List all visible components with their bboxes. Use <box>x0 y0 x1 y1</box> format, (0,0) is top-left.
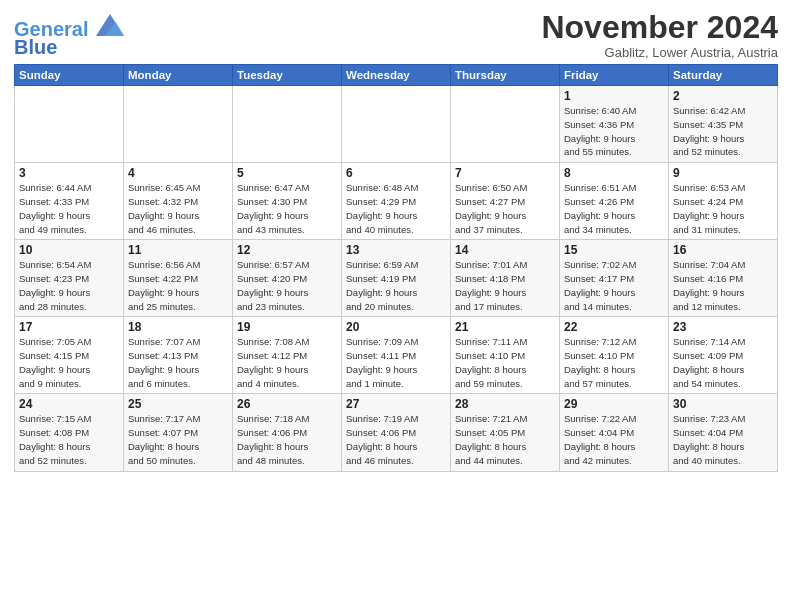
day-info: Sunrise: 7:02 AM Sunset: 4:17 PM Dayligh… <box>564 258 664 313</box>
calendar-cell: 1Sunrise: 6:40 AM Sunset: 4:36 PM Daylig… <box>560 86 669 163</box>
week-row-1: 1Sunrise: 6:40 AM Sunset: 4:36 PM Daylig… <box>15 86 778 163</box>
day-info: Sunrise: 7:17 AM Sunset: 4:07 PM Dayligh… <box>128 412 228 467</box>
calendar-cell: 29Sunrise: 7:22 AM Sunset: 4:04 PM Dayli… <box>560 394 669 471</box>
day-number: 14 <box>455 243 555 257</box>
day-info: Sunrise: 7:21 AM Sunset: 4:05 PM Dayligh… <box>455 412 555 467</box>
calendar-cell: 8Sunrise: 6:51 AM Sunset: 4:26 PM Daylig… <box>560 163 669 240</box>
day-number: 8 <box>564 166 664 180</box>
day-info: Sunrise: 7:04 AM Sunset: 4:16 PM Dayligh… <box>673 258 773 313</box>
day-header-saturday: Saturday <box>669 65 778 86</box>
calendar-cell: 26Sunrise: 7:18 AM Sunset: 4:06 PM Dayli… <box>233 394 342 471</box>
day-info: Sunrise: 6:56 AM Sunset: 4:22 PM Dayligh… <box>128 258 228 313</box>
day-number: 7 <box>455 166 555 180</box>
day-number: 10 <box>19 243 119 257</box>
day-info: Sunrise: 7:15 AM Sunset: 4:08 PM Dayligh… <box>19 412 119 467</box>
week-row-2: 3Sunrise: 6:44 AM Sunset: 4:33 PM Daylig… <box>15 163 778 240</box>
day-number: 6 <box>346 166 446 180</box>
calendar-cell: 14Sunrise: 7:01 AM Sunset: 4:18 PM Dayli… <box>451 240 560 317</box>
calendar-cell: 23Sunrise: 7:14 AM Sunset: 4:09 PM Dayli… <box>669 317 778 394</box>
day-info: Sunrise: 6:59 AM Sunset: 4:19 PM Dayligh… <box>346 258 446 313</box>
calendar-cell: 17Sunrise: 7:05 AM Sunset: 4:15 PM Dayli… <box>15 317 124 394</box>
day-number: 9 <box>673 166 773 180</box>
day-info: Sunrise: 6:50 AM Sunset: 4:27 PM Dayligh… <box>455 181 555 236</box>
calendar-cell: 15Sunrise: 7:02 AM Sunset: 4:17 PM Dayli… <box>560 240 669 317</box>
day-number: 15 <box>564 243 664 257</box>
day-number: 16 <box>673 243 773 257</box>
title-block: November 2024 Gablitz, Lower Austria, Au… <box>541 10 778 60</box>
calendar-cell: 21Sunrise: 7:11 AM Sunset: 4:10 PM Dayli… <box>451 317 560 394</box>
day-number: 17 <box>19 320 119 334</box>
week-row-3: 10Sunrise: 6:54 AM Sunset: 4:23 PM Dayli… <box>15 240 778 317</box>
calendar-cell: 20Sunrise: 7:09 AM Sunset: 4:11 PM Dayli… <box>342 317 451 394</box>
calendar-cell: 3Sunrise: 6:44 AM Sunset: 4:33 PM Daylig… <box>15 163 124 240</box>
day-number: 21 <box>455 320 555 334</box>
calendar-cell: 11Sunrise: 6:56 AM Sunset: 4:22 PM Dayli… <box>124 240 233 317</box>
day-info: Sunrise: 6:47 AM Sunset: 4:30 PM Dayligh… <box>237 181 337 236</box>
day-number: 3 <box>19 166 119 180</box>
calendar-cell: 10Sunrise: 6:54 AM Sunset: 4:23 PM Dayli… <box>15 240 124 317</box>
day-header-tuesday: Tuesday <box>233 65 342 86</box>
day-number: 12 <box>237 243 337 257</box>
day-number: 28 <box>455 397 555 411</box>
header: General Blue November 2024 Gablitz, Lowe… <box>14 10 778 60</box>
day-number: 22 <box>564 320 664 334</box>
day-header-thursday: Thursday <box>451 65 560 86</box>
week-row-5: 24Sunrise: 7:15 AM Sunset: 4:08 PM Dayli… <box>15 394 778 471</box>
day-info: Sunrise: 6:51 AM Sunset: 4:26 PM Dayligh… <box>564 181 664 236</box>
calendar-cell: 2Sunrise: 6:42 AM Sunset: 4:35 PM Daylig… <box>669 86 778 163</box>
day-info: Sunrise: 6:44 AM Sunset: 4:33 PM Dayligh… <box>19 181 119 236</box>
day-info: Sunrise: 7:09 AM Sunset: 4:11 PM Dayligh… <box>346 335 446 390</box>
day-info: Sunrise: 6:45 AM Sunset: 4:32 PM Dayligh… <box>128 181 228 236</box>
day-info: Sunrise: 7:18 AM Sunset: 4:06 PM Dayligh… <box>237 412 337 467</box>
calendar-cell: 30Sunrise: 7:23 AM Sunset: 4:04 PM Dayli… <box>669 394 778 471</box>
day-number: 26 <box>237 397 337 411</box>
calendar-cell: 9Sunrise: 6:53 AM Sunset: 4:24 PM Daylig… <box>669 163 778 240</box>
day-number: 4 <box>128 166 228 180</box>
day-header-friday: Friday <box>560 65 669 86</box>
day-number: 23 <box>673 320 773 334</box>
calendar-cell: 16Sunrise: 7:04 AM Sunset: 4:16 PM Dayli… <box>669 240 778 317</box>
calendar-cell: 7Sunrise: 6:50 AM Sunset: 4:27 PM Daylig… <box>451 163 560 240</box>
logo: General Blue <box>14 14 124 59</box>
day-header-wednesday: Wednesday <box>342 65 451 86</box>
day-header-monday: Monday <box>124 65 233 86</box>
day-number: 20 <box>346 320 446 334</box>
day-info: Sunrise: 7:22 AM Sunset: 4:04 PM Dayligh… <box>564 412 664 467</box>
calendar-cell: 25Sunrise: 7:17 AM Sunset: 4:07 PM Dayli… <box>124 394 233 471</box>
calendar-cell: 27Sunrise: 7:19 AM Sunset: 4:06 PM Dayli… <box>342 394 451 471</box>
day-number: 13 <box>346 243 446 257</box>
day-info: Sunrise: 7:08 AM Sunset: 4:12 PM Dayligh… <box>237 335 337 390</box>
calendar-cell <box>451 86 560 163</box>
day-info: Sunrise: 7:12 AM Sunset: 4:10 PM Dayligh… <box>564 335 664 390</box>
header-row: SundayMondayTuesdayWednesdayThursdayFrid… <box>15 65 778 86</box>
calendar-table: SundayMondayTuesdayWednesdayThursdayFrid… <box>14 64 778 471</box>
subtitle: Gablitz, Lower Austria, Austria <box>541 45 778 60</box>
calendar-cell: 5Sunrise: 6:47 AM Sunset: 4:30 PM Daylig… <box>233 163 342 240</box>
week-row-4: 17Sunrise: 7:05 AM Sunset: 4:15 PM Dayli… <box>15 317 778 394</box>
calendar-cell <box>124 86 233 163</box>
day-header-sunday: Sunday <box>15 65 124 86</box>
day-number: 2 <box>673 89 773 103</box>
day-number: 19 <box>237 320 337 334</box>
day-info: Sunrise: 6:57 AM Sunset: 4:20 PM Dayligh… <box>237 258 337 313</box>
day-info: Sunrise: 6:53 AM Sunset: 4:24 PM Dayligh… <box>673 181 773 236</box>
day-info: Sunrise: 7:05 AM Sunset: 4:15 PM Dayligh… <box>19 335 119 390</box>
page-container: General Blue November 2024 Gablitz, Lowe… <box>0 0 792 478</box>
calendar-cell: 6Sunrise: 6:48 AM Sunset: 4:29 PM Daylig… <box>342 163 451 240</box>
calendar-cell: 28Sunrise: 7:21 AM Sunset: 4:05 PM Dayli… <box>451 394 560 471</box>
day-number: 29 <box>564 397 664 411</box>
day-info: Sunrise: 6:40 AM Sunset: 4:36 PM Dayligh… <box>564 104 664 159</box>
calendar-cell: 12Sunrise: 6:57 AM Sunset: 4:20 PM Dayli… <box>233 240 342 317</box>
calendar-cell: 24Sunrise: 7:15 AM Sunset: 4:08 PM Dayli… <box>15 394 124 471</box>
day-info: Sunrise: 6:54 AM Sunset: 4:23 PM Dayligh… <box>19 258 119 313</box>
day-info: Sunrise: 6:48 AM Sunset: 4:29 PM Dayligh… <box>346 181 446 236</box>
day-number: 27 <box>346 397 446 411</box>
day-info: Sunrise: 7:07 AM Sunset: 4:13 PM Dayligh… <box>128 335 228 390</box>
day-number: 5 <box>237 166 337 180</box>
day-info: Sunrise: 7:11 AM Sunset: 4:10 PM Dayligh… <box>455 335 555 390</box>
calendar-cell: 22Sunrise: 7:12 AM Sunset: 4:10 PM Dayli… <box>560 317 669 394</box>
month-title: November 2024 <box>541 10 778 45</box>
day-info: Sunrise: 7:19 AM Sunset: 4:06 PM Dayligh… <box>346 412 446 467</box>
calendar-cell <box>342 86 451 163</box>
day-info: Sunrise: 7:01 AM Sunset: 4:18 PM Dayligh… <box>455 258 555 313</box>
